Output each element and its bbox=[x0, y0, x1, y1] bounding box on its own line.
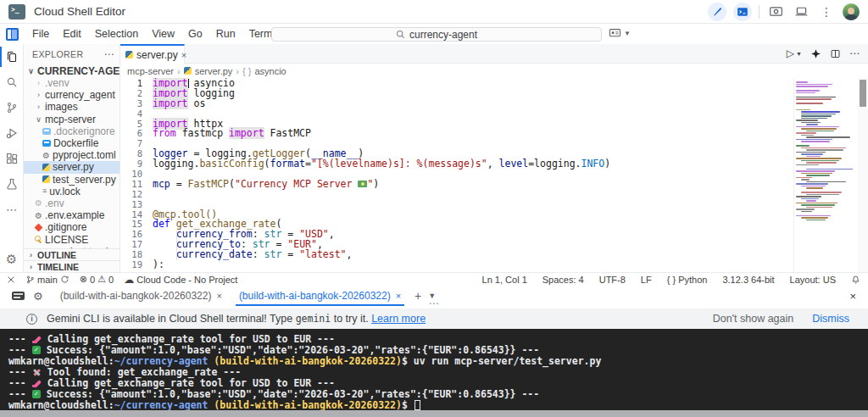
tree-item-server-py[interactable]: server.py bbox=[24, 161, 120, 173]
tree-item-uv-lock[interactable]: ≡uv.lock bbox=[24, 186, 120, 197]
breadcrumb-symbol[interactable]: asyncio bbox=[254, 66, 286, 76]
problems-status[interactable]: ⊗ 0 ⚠ 0 bbox=[75, 274, 119, 285]
layout-switcher[interactable]: ▼ bbox=[609, 28, 631, 39]
token: "[%(levelname)s]: %(message)s" bbox=[311, 158, 487, 170]
status-3-12-3-64-bit[interactable]: 3.12.3 64-bit bbox=[715, 275, 782, 285]
activity-source-control[interactable] bbox=[0, 95, 24, 120]
web-preview-button[interactable] bbox=[766, 3, 785, 21]
gemini-sparkle-icon[interactable] bbox=[810, 48, 821, 59]
token: str bbox=[264, 248, 282, 260]
cloud-code-status[interactable]: ☁ Cloud Code - No Project bbox=[119, 274, 242, 286]
terminal-output[interactable]: --- Calling get_exchange_rate tool for U… bbox=[0, 329, 868, 410]
learn-more-link[interactable]: Learn more bbox=[371, 313, 426, 325]
git-branch-status[interactable]: main bbox=[20, 275, 75, 285]
menu-selection[interactable]: Selection bbox=[88, 25, 145, 42]
remote-indicator[interactable] bbox=[0, 275, 20, 284]
activity-run-debug[interactable] bbox=[0, 120, 24, 146]
tree-item-test-server-py[interactable]: test_server.py bbox=[24, 174, 120, 186]
split-editor-icon[interactable] bbox=[830, 48, 841, 59]
menu-go[interactable]: Go bbox=[181, 25, 209, 42]
open-editor-button[interactable] bbox=[708, 3, 726, 21]
terminal-settings-icon[interactable]: ⚙ bbox=[33, 291, 43, 302]
tab-server-py[interactable]: server.py × bbox=[120, 44, 185, 64]
minimap-line bbox=[796, 208, 815, 210]
scrollbar-thumb[interactable] bbox=[860, 80, 866, 107]
section-outline[interactable]: ›OUTLINE bbox=[24, 248, 120, 260]
tree-item-images[interactable]: ›images bbox=[24, 101, 120, 113]
more-actions-icon[interactable]: ⋯ bbox=[849, 47, 860, 59]
panel-resize-handle[interactable]: ⋯ bbox=[429, 297, 440, 309]
project-root-item[interactable]: ∨ CURRENCY-AGENT bbox=[24, 64, 120, 77]
token: FastMCP bbox=[188, 178, 229, 190]
status--python[interactable]: { } Python bbox=[659, 275, 715, 285]
tree-item--env-example[interactable]: ⚙.env.example bbox=[24, 209, 120, 221]
token: import bbox=[153, 97, 188, 109]
menu-file[interactable]: File bbox=[25, 25, 56, 42]
close-icon[interactable]: × bbox=[216, 291, 221, 301]
ide-icon[interactable] bbox=[6, 28, 19, 41]
tree-item--dockerignore[interactable]: .dockerignore bbox=[24, 125, 120, 137]
tree-item-pyproject-toml[interactable]: ⚙pyproject.toml bbox=[24, 149, 120, 161]
breadcrumb: mcp-server › server.py › { } asyncio bbox=[120, 64, 868, 78]
terminal-tab-2[interactable]: (build-with-ai-bangkok-20260322)× bbox=[239, 286, 401, 306]
minimap-line bbox=[806, 175, 830, 176]
tools-emoji bbox=[32, 368, 42, 377]
line-number: 7 bbox=[120, 138, 153, 148]
code-editor[interactable]: 1import asyncio2import logging3import os… bbox=[120, 78, 868, 272]
open-terminal-button[interactable] bbox=[733, 3, 752, 21]
status-utf-8[interactable]: UTF-8 bbox=[592, 275, 633, 285]
menu-run[interactable]: Run bbox=[209, 25, 242, 42]
activity-more[interactable]: ⋯ bbox=[0, 197, 24, 222]
explorer-more-icon[interactable]: ⋯ bbox=[104, 48, 114, 60]
close-icon[interactable]: × bbox=[396, 291, 401, 301]
activity-testing[interactable] bbox=[0, 171, 24, 197]
activity-extensions[interactable] bbox=[0, 146, 24, 171]
line-number: 9 bbox=[120, 158, 153, 169]
dont-show-again-button[interactable]: Don't show again bbox=[713, 313, 794, 325]
editor-scrollbar[interactable] bbox=[858, 78, 868, 272]
menu-edit[interactable]: Edit bbox=[56, 25, 88, 42]
tree-item--gitignore[interactable]: .gitignore bbox=[24, 221, 120, 233]
tree-item-dockerfile[interactable]: Dockerfile bbox=[24, 137, 120, 149]
tree-item-mcp-server[interactable]: ∨mcp-server bbox=[24, 114, 120, 125]
open-new-window-button[interactable] bbox=[792, 3, 810, 21]
new-terminal-button[interactable]: + bbox=[415, 289, 421, 303]
minimap[interactable] bbox=[793, 78, 858, 272]
terminal-text: Tool found: get_exchange_rate --- bbox=[42, 366, 241, 378]
activity-explorer[interactable] bbox=[0, 44, 24, 70]
keyboard-icon[interactable] bbox=[12, 292, 25, 300]
tree-item-label: pyproject.toml bbox=[53, 149, 116, 161]
tree-item-currency-agent[interactable]: ›currency_agent bbox=[24, 89, 120, 101]
breadcrumb-folder[interactable]: mcp-server bbox=[127, 66, 174, 76]
terminal-text: Calling get_exchange_rate tool for USD t… bbox=[42, 333, 335, 345]
close-panel-icon[interactable]: × bbox=[849, 290, 856, 303]
tree-item-license[interactable]: LICENSE bbox=[24, 233, 120, 245]
phone-emoji bbox=[32, 379, 42, 388]
dismiss-button[interactable]: Dismiss bbox=[812, 313, 849, 325]
status-spaces-4[interactable]: Spaces: 4 bbox=[535, 275, 592, 285]
account-avatar[interactable] bbox=[843, 3, 860, 20]
menu-view[interactable]: View bbox=[145, 25, 181, 42]
close-icon[interactable]: × bbox=[181, 50, 186, 60]
section-label: OUTLINE bbox=[37, 250, 76, 260]
banknote-emoji bbox=[358, 181, 367, 187]
status-lf[interactable]: LF bbox=[633, 275, 659, 285]
tree-item--env[interactable]: ⚙.env bbox=[24, 197, 120, 209]
minimap-line bbox=[796, 203, 837, 204]
minimap-line bbox=[801, 111, 840, 113]
tree-item--venv[interactable]: ›.venv bbox=[24, 77, 120, 89]
status-layout-us[interactable]: Layout: US bbox=[782, 275, 843, 285]
breadcrumb-file[interactable]: server.py bbox=[195, 66, 233, 76]
line-number: 4 bbox=[120, 108, 153, 119]
terminal-tab-1[interactable]: (build-with-ai-bangkok-20260322)× bbox=[60, 286, 222, 306]
activity-search[interactable] bbox=[0, 70, 24, 95]
notifications-bell[interactable] bbox=[843, 275, 868, 285]
editor-tab-bar: server.py × ▷▼ ⋯ bbox=[120, 44, 868, 64]
search-input[interactable]: currency-agent bbox=[271, 27, 602, 42]
more-options-button[interactable]: ⋮ bbox=[817, 3, 836, 21]
run-python-file-button[interactable]: ▷▼ bbox=[787, 47, 802, 59]
section-timeline[interactable]: ›TIMELINE bbox=[24, 260, 120, 272]
sidebar-sections: ›OUTLINE›TIMELINE bbox=[24, 248, 120, 272]
status-ln-1-col-1[interactable]: Ln 1, Col 1 bbox=[475, 275, 535, 285]
activity-settings[interactable]: ⚙ bbox=[0, 247, 24, 272]
